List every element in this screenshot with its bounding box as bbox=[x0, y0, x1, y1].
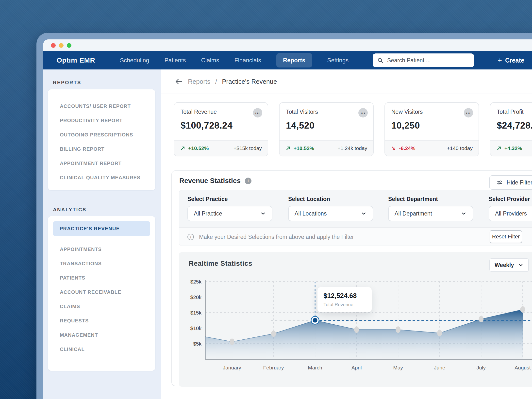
filters-note-bar: i Make your Desired Selections from abov… bbox=[179, 227, 532, 246]
data-point bbox=[230, 338, 234, 345]
create-button-label: Create bbox=[505, 57, 524, 64]
data-point bbox=[437, 330, 442, 336]
back-arrow-icon[interactable] bbox=[174, 77, 183, 86]
filter-department: Select Department All Department bbox=[388, 196, 473, 221]
filter-location: Select Location All Locations bbox=[288, 196, 373, 221]
zoom-window-button[interactable] bbox=[67, 43, 71, 48]
sidebar-item-claims[interactable]: CLAIMS bbox=[48, 299, 155, 314]
create-button[interactable]: + Create bbox=[498, 51, 524, 69]
sidebar-item-clinical[interactable]: CLINICAL bbox=[48, 342, 155, 356]
y-axis-label: $15k bbox=[190, 310, 201, 316]
x-axis-label: March bbox=[308, 365, 322, 370]
sidebar-item-productivity-report[interactable]: PRODUCTIVITY REPORT bbox=[48, 113, 155, 128]
breadcrumb-parent[interactable]: Reports bbox=[188, 78, 210, 85]
chart-tooltip: $12,524.68 Total Revenue bbox=[317, 287, 372, 312]
app-logo: Optim EMR bbox=[57, 51, 95, 69]
revenue-area-series bbox=[205, 309, 523, 359]
logo-text-optim: Optim bbox=[57, 56, 77, 64]
data-point bbox=[354, 326, 359, 333]
stat-card-title: Total Visitors bbox=[286, 109, 318, 115]
tooltip-value: $12,524.68 bbox=[323, 292, 366, 300]
stat-card-total-revenue: Total Revenue ••• $100,728.24 +10.52% +$… bbox=[174, 102, 268, 156]
plus-icon: + bbox=[498, 57, 502, 64]
department-select[interactable]: All Department bbox=[388, 206, 473, 221]
sidebar-item-appointment-report[interactable]: APPOINTMENT REPORT bbox=[48, 156, 155, 170]
stat-card-value: 10,250 bbox=[385, 117, 479, 131]
hide-filters-button[interactable]: Hide Filters bbox=[489, 175, 532, 190]
hide-filters-label: Hide Filters bbox=[507, 179, 532, 186]
stat-card-total-visitors: Total Visitors ••• 14,520 +10.52% +1.24k… bbox=[279, 102, 374, 156]
page-title: Practice's Revenue bbox=[222, 78, 277, 85]
filter-sliders-icon bbox=[497, 179, 503, 186]
data-point bbox=[479, 316, 483, 322]
sidebar-item-transactions[interactable]: TRANSACTIONS bbox=[48, 256, 155, 271]
search-patient-input[interactable] bbox=[373, 53, 474, 67]
x-axis-label: August bbox=[515, 365, 531, 370]
top-navbar: Optim EMR Scheduling Patients Claims Fin… bbox=[43, 51, 532, 69]
filter-provider: Select Provider All Providers bbox=[489, 196, 532, 221]
revenue-statistics-card: Revenue Statistics i Hide Filters bbox=[171, 170, 532, 386]
trend-badge: +4.32% bbox=[496, 145, 522, 151]
search-input-field[interactable] bbox=[387, 57, 466, 64]
practice-select[interactable]: All Practice bbox=[187, 206, 272, 221]
sidebar-heading-analytics: ANALYTICS bbox=[53, 207, 86, 213]
crosshair bbox=[271, 282, 532, 320]
chevron-down-icon bbox=[361, 211, 367, 216]
minimize-window-button[interactable] bbox=[59, 43, 64, 48]
location-select[interactable]: All Locations bbox=[288, 206, 373, 221]
close-window-button[interactable] bbox=[51, 43, 56, 48]
today-change: +$15k today bbox=[233, 145, 262, 151]
filter-practice: Select Practice All Practice bbox=[187, 196, 272, 221]
sidebar-item-clinical-quality-measures[interactable]: CLINICAL QUALITY MEASURES bbox=[48, 170, 155, 185]
analytics-menu-card: PRACTICE'S REVENUE APPOINTMENTS TRANSACT… bbox=[48, 216, 155, 371]
reports-menu-card: ACCOUNTS/ USER REPORT PRODUCTIVITY REPOR… bbox=[48, 89, 155, 190]
filter-label: Select Practice bbox=[187, 196, 272, 202]
tooltip-series-label: Total Revenue bbox=[323, 302, 366, 307]
sidebar-item-appointments[interactable]: APPOINTMENTS bbox=[48, 242, 155, 256]
nav-item-reports[interactable]: Reports bbox=[276, 53, 312, 67]
today-change: +140 today bbox=[447, 145, 473, 151]
stat-card-new-visitors: New Visitors ••• 10,250 -6.24% +140 toda… bbox=[384, 102, 479, 156]
data-point bbox=[396, 326, 400, 333]
stat-card-title: Total Revenue bbox=[181, 109, 217, 115]
sidebar-item-practices-revenue-active[interactable]: PRACTICE'S REVENUE bbox=[53, 221, 150, 236]
info-icon: i bbox=[245, 178, 251, 184]
ellipsis-menu-button[interactable]: ••• bbox=[358, 108, 368, 117]
sidebar: REPORTS ACCOUNTS/ USER REPORT PRODUCTIVI… bbox=[43, 69, 161, 399]
y-axis-label: $5k bbox=[193, 341, 201, 347]
data-point bbox=[520, 306, 525, 313]
nav-item-scheduling[interactable]: Scheduling bbox=[120, 57, 149, 64]
provider-select[interactable]: All Providers bbox=[489, 206, 532, 221]
nav-item-patients[interactable]: Patients bbox=[165, 57, 186, 64]
reset-filter-button[interactable]: Reset Filter bbox=[490, 230, 522, 243]
sidebar-item-billing-report[interactable]: BILLING REPORT bbox=[48, 142, 155, 156]
chevron-down-icon bbox=[461, 211, 467, 216]
filter-label: Select Department bbox=[388, 196, 473, 202]
x-axis-label: July bbox=[477, 365, 486, 370]
data-point bbox=[271, 331, 276, 337]
trend-up-icon bbox=[285, 146, 291, 151]
nav-item-financials[interactable]: Financials bbox=[234, 57, 261, 64]
stat-card-value: 14,520 bbox=[280, 117, 373, 131]
revenue-area-chart[interactable]: $25k$20k$15k$10k$5kJanuaryFebruaryMarchA… bbox=[179, 252, 532, 387]
stat-card-total-profit: Total Profit ••• $24,728. +4.32% bbox=[490, 102, 532, 156]
main-panel: Reports / Practice's Revenue Total Reven… bbox=[161, 69, 532, 399]
trend-up-icon bbox=[496, 146, 502, 151]
sidebar-item-account-receivable[interactable]: ACCOUNT RECEIVABLE bbox=[48, 285, 155, 299]
ellipsis-menu-button[interactable]: ••• bbox=[464, 108, 473, 117]
nav-item-claims[interactable]: Claims bbox=[201, 57, 219, 64]
stat-card-value: $24,728. bbox=[490, 117, 532, 131]
sidebar-item-outgoing-prescriptions[interactable]: OUTGOING PRESCRIPTIONS bbox=[48, 128, 155, 142]
filters-note-text: Make your Desired Selections from above … bbox=[199, 234, 354, 240]
nav-item-settings[interactable]: Settings bbox=[327, 57, 349, 64]
sidebar-item-accounts-user-report[interactable]: ACCOUNTS/ USER REPORT bbox=[48, 99, 155, 113]
realtime-statistics-panel: Realtime Statistics Weekly $25k$20k$15k$… bbox=[179, 252, 532, 387]
content-area: REPORTS ACCOUNTS/ USER REPORT PRODUCTIVI… bbox=[43, 69, 532, 399]
x-axis-label: February bbox=[263, 365, 284, 370]
window-titlebar bbox=[43, 39, 532, 51]
sidebar-item-patients[interactable]: PATIENTS bbox=[48, 271, 155, 285]
sidebar-item-management[interactable]: MANAGEMENT bbox=[48, 328, 155, 342]
sidebar-item-requests[interactable]: REQUESTS bbox=[48, 314, 155, 328]
app-window: Optim EMR Scheduling Patients Claims Fin… bbox=[43, 39, 532, 399]
ellipsis-menu-button[interactable]: ••• bbox=[253, 108, 262, 117]
